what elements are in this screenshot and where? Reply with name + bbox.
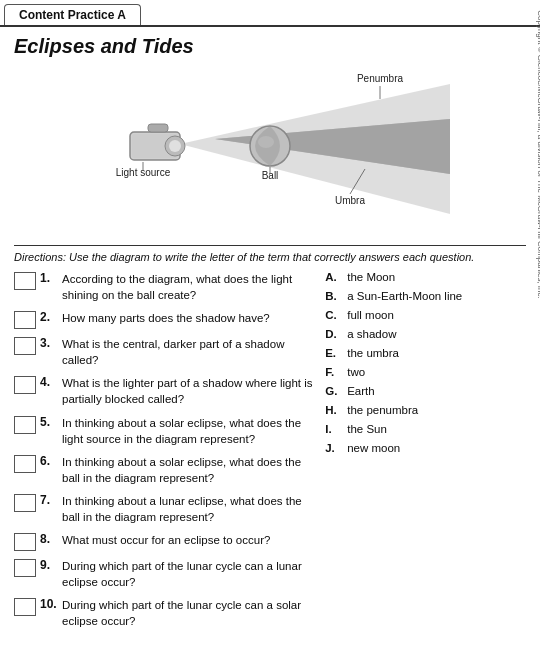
answer-input-box[interactable] bbox=[14, 533, 36, 551]
page-title: Eclipses and Tides bbox=[14, 35, 526, 58]
question-row: 4.What is the lighter part of a shadow w… bbox=[14, 375, 315, 407]
answer-letter: J. bbox=[325, 442, 343, 454]
question-row: 1.According to the diagram, what does th… bbox=[14, 271, 315, 303]
answer-letter: A. bbox=[325, 271, 343, 283]
answer-item: G.Earth bbox=[325, 385, 526, 397]
answer-text: the Sun bbox=[347, 423, 387, 435]
question-text: What is the central, darker part of a sh… bbox=[62, 336, 315, 368]
question-number: 6. bbox=[40, 454, 58, 468]
question-text: What is the lighter part of a shadow whe… bbox=[62, 375, 315, 407]
answer-input-box[interactable] bbox=[14, 598, 36, 616]
answer-letter: B. bbox=[325, 290, 343, 302]
question-text: According to the diagram, what does the … bbox=[62, 271, 315, 303]
diagram-svg: Light source Ball Umbra Penumbra bbox=[70, 64, 470, 234]
answer-input-box[interactable] bbox=[14, 455, 36, 473]
answer-letter: H. bbox=[325, 404, 343, 416]
answer-letter: I. bbox=[325, 423, 343, 435]
answer-text: the Moon bbox=[347, 271, 395, 283]
content-practice-tab[interactable]: Content Practice A bbox=[4, 4, 141, 25]
question-number: 3. bbox=[40, 336, 58, 350]
question-row: 6.In thinking about a solar eclipse, wha… bbox=[14, 454, 315, 486]
answer-letter: D. bbox=[325, 328, 343, 340]
answer-input-box[interactable] bbox=[14, 494, 36, 512]
question-number: 5. bbox=[40, 415, 58, 429]
answer-letter: G. bbox=[325, 385, 343, 397]
directions: Directions: Use the diagram to write the… bbox=[14, 245, 526, 263]
question-number: 2. bbox=[40, 310, 58, 324]
question-number: 7. bbox=[40, 493, 58, 507]
eclipse-diagram: Light source Ball Umbra Penumbra bbox=[70, 64, 470, 234]
diagram-container: Light source Ball Umbra Penumbra bbox=[14, 64, 526, 239]
answer-item: D.a shadow bbox=[325, 328, 526, 340]
answer-item: A.the Moon bbox=[325, 271, 526, 283]
answer-item: J.new moon bbox=[325, 442, 526, 454]
answer-item: I.the Sun bbox=[325, 423, 526, 435]
answer-text: two bbox=[347, 366, 365, 378]
penumbra-label: Penumbra bbox=[357, 73, 404, 84]
answer-text: full moon bbox=[347, 309, 394, 321]
qa-section: 1.According to the diagram, what does th… bbox=[14, 271, 526, 637]
answer-item: F.two bbox=[325, 366, 526, 378]
answer-input-box[interactable] bbox=[14, 272, 36, 290]
answer-text: Earth bbox=[347, 385, 375, 397]
answer-text: a shadow bbox=[347, 328, 396, 340]
answer-text: a Sun-Earth-Moon line bbox=[347, 290, 462, 302]
answer-item: C.full moon bbox=[325, 309, 526, 321]
tab-bar: Content Practice A bbox=[0, 0, 540, 27]
answer-input-box[interactable] bbox=[14, 416, 36, 434]
question-text: In thinking about a lunar eclipse, what … bbox=[62, 493, 315, 525]
question-row: 7.In thinking about a lunar eclipse, wha… bbox=[14, 493, 315, 525]
answer-letter: C. bbox=[325, 309, 343, 321]
answer-item: E.the umbra bbox=[325, 347, 526, 359]
answer-text: the penumbra bbox=[347, 404, 418, 416]
copyright-text: Copyright © Glencoe/McGraw-Hill, a divis… bbox=[536, 5, 541, 305]
answer-letter: F. bbox=[325, 366, 343, 378]
question-number: 9. bbox=[40, 558, 58, 572]
answer-input-box[interactable] bbox=[14, 559, 36, 577]
answer-letter: E. bbox=[325, 347, 343, 359]
question-text: How many parts does the shadow have? bbox=[62, 310, 315, 326]
answer-input-box[interactable] bbox=[14, 376, 36, 394]
answer-input-box[interactable] bbox=[14, 337, 36, 355]
question-number: 1. bbox=[40, 271, 58, 285]
answer-item: H.the penumbra bbox=[325, 404, 526, 416]
umbra-label: Umbra bbox=[335, 195, 365, 206]
question-text: During which part of the lunar cycle can… bbox=[62, 558, 315, 590]
question-number: 8. bbox=[40, 532, 58, 546]
question-number: 4. bbox=[40, 375, 58, 389]
svg-point-6 bbox=[169, 140, 181, 152]
question-row: 2.How many parts does the shadow have? bbox=[14, 310, 315, 329]
question-number: 10. bbox=[40, 597, 58, 611]
question-row: 9.During which part of the lunar cycle c… bbox=[14, 558, 315, 590]
question-row: 10.During which part of the lunar cycle … bbox=[14, 597, 315, 629]
answers-column: A.the MoonB.a Sun-Earth-Moon lineC.full … bbox=[325, 271, 526, 637]
question-text: During which part of the lunar cycle can… bbox=[62, 597, 315, 629]
question-text: In thinking about a solar eclipse, what … bbox=[62, 415, 315, 447]
question-text: What must occur for an eclipse to occur? bbox=[62, 532, 315, 548]
question-row: 8.What must occur for an eclipse to occu… bbox=[14, 532, 315, 551]
answer-item: B.a Sun-Earth-Moon line bbox=[325, 290, 526, 302]
page-content: Eclipses and Tides bbox=[0, 27, 540, 647]
answer-input-box[interactable] bbox=[14, 311, 36, 329]
questions-column: 1.According to the diagram, what does th… bbox=[14, 271, 315, 637]
question-text: In thinking about a solar eclipse, what … bbox=[62, 454, 315, 486]
answer-text: the umbra bbox=[347, 347, 399, 359]
question-row: 5.In thinking about a solar eclipse, wha… bbox=[14, 415, 315, 447]
question-row: 3.What is the central, darker part of a … bbox=[14, 336, 315, 368]
svg-rect-7 bbox=[148, 124, 168, 132]
answer-text: new moon bbox=[347, 442, 400, 454]
